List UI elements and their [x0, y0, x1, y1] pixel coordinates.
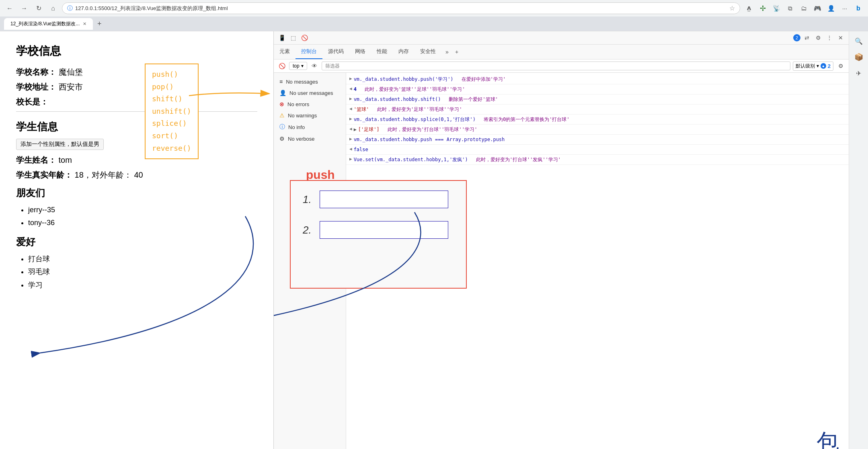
refresh-button[interactable]: ↻	[33, 3, 44, 14]
add-gender-button[interactable]: 添加一个性别属性，默认值是男	[16, 139, 104, 150]
info-icon: ⓘ	[279, 123, 285, 131]
browser-chrome: ← → ↻ ⌂ ⓘ 127.0.0.1:5500/12_列表渲染/8.Vue监测…	[0, 0, 868, 31]
tab-sources[interactable]: 源代码	[322, 45, 349, 59]
expand-icon: ▶	[349, 116, 352, 123]
yellow-box-text: push()pop()shift()unshift()splice()sort(…	[152, 68, 191, 154]
tab-elements[interactable]: 元素	[274, 45, 295, 59]
console-code: vm._data.student.hobby.shift()	[354, 96, 441, 103]
profile-icon[interactable]: 👤	[825, 3, 837, 14]
yellow-methods-box: push()pop()shift()unshift()splice()sort(…	[145, 64, 199, 159]
tab-console[interactable]: 控制台	[295, 45, 322, 59]
principal-row: 校长是：	[16, 96, 257, 107]
hobby-list: 打台球 羽毛球 学习	[16, 252, 257, 291]
devtools-panel: 📱 ⬚ 🚫 2 ⇄ ⚙ ⋮ ✕ 元素 控制台 源代码 网络 性能 内存 安全性 …	[273, 31, 849, 449]
console-row[interactable]: ◀ ▶ ['足球'] 此时，爱好变为'打台球''羽毛球''学习'	[346, 125, 849, 135]
console-row[interactable]: ▶ vm._data.student.hobby.shift() 删除第一个爱好…	[346, 94, 849, 105]
list-input-1[interactable]	[320, 191, 448, 208]
devtools-remote-icon[interactable]: 📡	[771, 3, 782, 14]
expand-icon: ▶	[349, 96, 352, 103]
tab-security[interactable]: 安全性	[415, 45, 441, 59]
performance-icon[interactable]: A̲	[743, 3, 755, 14]
school-title: 学校信息	[16, 43, 257, 59]
home-button[interactable]: ⌂	[47, 3, 59, 14]
console-row[interactable]: ▶ vm._data.student.hobby.push === Array.…	[346, 135, 849, 145]
security-icon: ⓘ	[67, 5, 73, 12]
title-bar: ← → ↻ ⌂ ⓘ 127.0.0.1:5500/12_列表渲染/8.Vue监测…	[0, 0, 868, 16]
warnings-icon: ⚠	[279, 112, 285, 119]
console-row[interactable]: ▶ vm._data.student.hobby.push('学习') 在爱好中…	[346, 74, 849, 84]
filter-no-errors[interactable]: ⊗ No errors	[274, 98, 346, 110]
console-row[interactable]: ◀ 4 此时，爱好变为'篮球''足球''羽毛球''学习'	[346, 84, 849, 94]
baozhuang-text: 包装	[817, 427, 839, 449]
more-icon[interactable]: ···	[839, 3, 850, 14]
expand-sub-icon: ▶	[354, 126, 357, 133]
tab-network[interactable]: 网络	[349, 45, 371, 59]
level-selector[interactable]: 默认级别 ▾ ● 2	[793, 62, 833, 71]
school-addr-value: 西安市	[59, 82, 83, 91]
collections-icon[interactable]: 🗂	[798, 3, 809, 14]
filter-no-warnings[interactable]: ⚠ No warnings	[274, 110, 346, 121]
devtools-settings-icon[interactable]: ⚙	[813, 33, 823, 43]
new-tab-button[interactable]: +	[94, 18, 105, 29]
browser-action-ext[interactable]: 🎮	[812, 3, 823, 14]
devtools-disable-icon[interactable]: 🚫	[300, 33, 309, 43]
filter-no-user-messages[interactable]: 👤 No user messages	[274, 87, 346, 98]
bookmark-icon[interactable]: ☆	[729, 4, 735, 12]
hobby-title: 爱好	[16, 236, 257, 248]
expand-icon: ◀	[349, 106, 352, 113]
forward-button[interactable]: →	[18, 3, 30, 14]
devtools-share-icon[interactable]: ⇄	[802, 33, 812, 43]
top-label: top	[293, 63, 300, 69]
console-row[interactable]: ◀ '篮球' 此时，爱好变为'足球''羽毛球''学习'	[346, 105, 849, 115]
list-input-2[interactable]	[320, 221, 448, 239]
student-age-label: 学生真实年龄：	[16, 170, 72, 179]
blue-dot-badge: 2	[793, 34, 800, 41]
sidebar-search-icon[interactable]: 🔍	[852, 35, 865, 47]
back-button[interactable]: ←	[4, 3, 15, 14]
active-tab[interactable]: 12_列表渲染/8.Vue监测数据改... ✕	[4, 18, 93, 30]
console-settings-icon[interactable]: ⚙	[836, 61, 845, 71]
extensions-icon[interactable]: ✢	[757, 3, 768, 14]
console-code: Vue.set(vm._data.student.hobby,1,'发疯')	[354, 156, 468, 163]
filter-label: No verbose	[288, 136, 314, 142]
level-count: 2	[828, 63, 831, 69]
student-age-outer: 40	[134, 170, 143, 179]
sidebar-icon-1[interactable]: 📦	[852, 51, 865, 64]
list-item-row-2: 2.	[303, 221, 454, 239]
friends-title: 朋友们	[16, 187, 257, 199]
console-row[interactable]: ◀ false	[346, 145, 849, 155]
top-context-selector[interactable]: top ▾	[289, 62, 307, 70]
eye-icon[interactable]: 👁	[310, 61, 319, 71]
level-badge: ●	[821, 63, 826, 69]
console-code: vm._data.student.hobby.push === Array.pr…	[354, 136, 505, 143]
devtools-close-icon[interactable]: ✕	[836, 33, 845, 43]
expand-icon: ◀	[349, 86, 352, 92]
filter-label: No messages	[286, 79, 318, 85]
console-code: vm._data.student.hobby.push('学习')	[354, 76, 453, 83]
devtools-device-icon[interactable]: 📱	[277, 33, 287, 43]
filter-no-verbose[interactable]: ⚙ No verbose	[274, 133, 346, 144]
tab-bar: 12_列表渲染/8.Vue监测数据改... ✕ +	[0, 16, 868, 31]
console-row[interactable]: ▶ vm._data.student.hobby.splice(0,1,'打台球…	[346, 115, 849, 125]
split-screen-icon[interactable]: ⧉	[784, 3, 796, 14]
console-clear-button[interactable]: 🚫	[277, 61, 287, 71]
tab-memory[interactable]: 内存	[393, 45, 415, 59]
filter-no-info[interactable]: ⓘ No info	[274, 121, 346, 133]
more-tabs-button[interactable]: »	[442, 47, 452, 57]
list-item: jerry--35	[28, 203, 257, 216]
sidebar-icon-2[interactable]: ✈	[852, 67, 865, 80]
bing-icon[interactable]: b	[853, 3, 864, 14]
console-row[interactable]: ▶ Vue.set(vm._data.student.hobby,1,'发疯')…	[346, 155, 849, 165]
tab-performance[interactable]: 性能	[371, 45, 393, 59]
tab-close-button[interactable]: ✕	[83, 21, 86, 27]
address-bar[interactable]: ⓘ 127.0.0.1:5500/12_列表渲染/8.Vue监测数据改变的原理_…	[62, 2, 740, 14]
devtools-more-icon[interactable]: ⋮	[825, 33, 834, 43]
principal-label: 校长是：	[16, 97, 48, 106]
expand-icon: ▶	[349, 156, 352, 163]
student-age-value: 18，对外年龄：	[75, 170, 132, 179]
add-tab-button[interactable]: +	[452, 47, 462, 57]
list-item: 羽毛球	[28, 265, 257, 278]
filter-input[interactable]	[322, 62, 790, 70]
filter-no-messages[interactable]: ≡ No messages	[274, 76, 346, 87]
devtools-inspect-icon[interactable]: ⬚	[288, 33, 298, 43]
